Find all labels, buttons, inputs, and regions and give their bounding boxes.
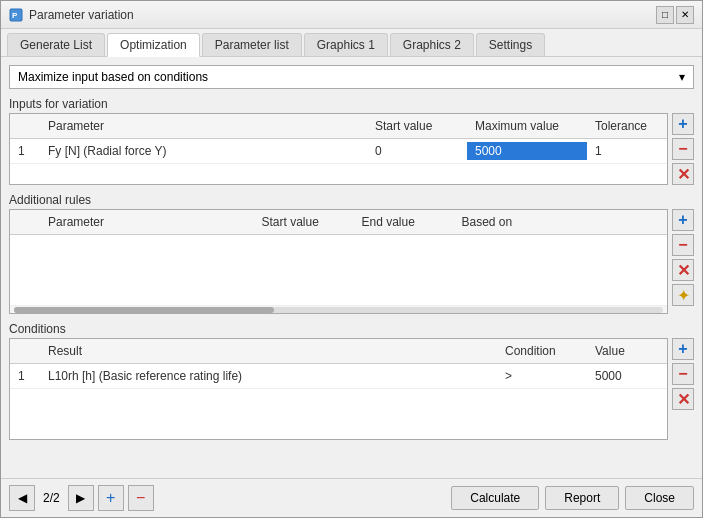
row-tolerance: 1 [587, 142, 667, 160]
dropdown-row: Maximize input based on conditions ▾ [9, 65, 694, 89]
bottom-add-button[interactable]: + [98, 485, 124, 511]
inputs-header: Parameter Start value Maximum value Tole… [10, 114, 667, 139]
title-controls: □ ✕ [656, 6, 694, 24]
bottom-left: ◀ 2/2 ▶ + − [9, 485, 154, 511]
inputs-table: Parameter Start value Maximum value Tole… [9, 113, 668, 185]
conditions-label: Conditions [9, 322, 694, 336]
table-row[interactable]: 1 Fy [N] (Radial force Y) 0 5000 1 [10, 139, 667, 164]
prev-button[interactable]: ◀ [9, 485, 35, 511]
bottom-remove-button[interactable]: − [128, 485, 154, 511]
main-content: Maximize input based on conditions ▾ Inp… [1, 57, 702, 478]
tab-parameter-list[interactable]: Parameter list [202, 33, 302, 56]
close-button[interactable]: ✕ [676, 6, 694, 24]
row-num: 1 [10, 142, 40, 160]
cond-col0 [10, 342, 40, 360]
cond-row-result: L10rh [h] (Basic reference rating life) [40, 367, 497, 385]
rules-add-button[interactable]: + [672, 209, 694, 231]
row-parameter: Fy [N] (Radial force Y) [40, 142, 367, 160]
inputs-col1: Parameter [40, 117, 367, 135]
app-icon: P [9, 8, 23, 22]
rules-col4: Based on [454, 213, 668, 231]
inputs-add-button[interactable]: + [672, 113, 694, 135]
scrollbar-thumb [14, 307, 274, 313]
bottom-bar: ◀ 2/2 ▶ + − Calculate Report Close [1, 478, 702, 517]
tab-generate-list[interactable]: Generate List [7, 33, 105, 56]
rules-section: Additional rules Parameter Start value E… [9, 193, 694, 314]
window-title: Parameter variation [29, 8, 134, 22]
conditions-add-button[interactable]: + [672, 338, 694, 360]
close-button[interactable]: Close [625, 486, 694, 510]
cond-row-value: 5000 [587, 367, 667, 385]
next-button[interactable]: ▶ [68, 485, 94, 511]
conditions-remove-button[interactable]: − [672, 363, 694, 385]
conditions-header: Result Condition Value [10, 339, 667, 364]
conditions-side-btns: + − ✕ [672, 338, 694, 440]
rules-delete-button[interactable]: ✕ [672, 259, 694, 281]
rules-table-with-btns: Parameter Start value End value Based on [9, 209, 694, 314]
cond-col1: Result [40, 342, 497, 360]
tab-optimization[interactable]: Optimization [107, 33, 200, 57]
rules-body [10, 235, 667, 305]
inputs-section: Inputs for variation Parameter Start val… [9, 97, 694, 185]
conditions-delete-button[interactable]: ✕ [672, 388, 694, 410]
rules-col2: Start value [254, 213, 354, 231]
title-bar-left: P Parameter variation [9, 8, 134, 22]
dropdown-value: Maximize input based on conditions [18, 70, 208, 84]
rules-col0 [10, 213, 40, 231]
inputs-side-btns: + − ✕ [672, 113, 694, 185]
rules-header: Parameter Start value End value Based on [10, 210, 667, 235]
rules-scrollbar[interactable] [10, 305, 667, 313]
tab-graphics-2[interactable]: Graphics 2 [390, 33, 474, 56]
inputs-col0 [10, 117, 40, 135]
svg-text:P: P [12, 11, 18, 20]
conditions-section: Conditions Result Condition Value 1 L10r… [9, 322, 694, 440]
maximize-button[interactable]: □ [656, 6, 674, 24]
inputs-label: Inputs for variation [9, 97, 694, 111]
conditions-table: Result Condition Value 1 L10rh [h] (Basi… [9, 338, 668, 440]
chevron-down-icon: ▾ [679, 70, 685, 84]
conditions-body [10, 389, 667, 439]
inputs-col2: Start value [367, 117, 467, 135]
tab-graphics-1[interactable]: Graphics 1 [304, 33, 388, 56]
row-maximum: 5000 [467, 142, 587, 160]
inputs-col4: Tolerance [587, 117, 667, 135]
rules-remove-button[interactable]: − [672, 234, 694, 256]
rules-col3: End value [354, 213, 454, 231]
rules-col1: Parameter [40, 213, 254, 231]
rules-side-btns: + − ✕ ✦ [672, 209, 694, 314]
calculate-button[interactable]: Calculate [451, 486, 539, 510]
rules-table: Parameter Start value End value Based on [9, 209, 668, 314]
next-icon: ▶ [76, 491, 85, 505]
inputs-table-with-btns: Parameter Start value Maximum value Tole… [9, 113, 694, 185]
cond-row-num: 1 [10, 367, 40, 385]
table-row[interactable]: 1 L10rh [h] (Basic reference rating life… [10, 364, 667, 389]
inputs-remove-button[interactable]: − [672, 138, 694, 160]
prev-icon: ◀ [18, 491, 27, 505]
bottom-right: Calculate Report Close [451, 486, 694, 510]
scrollbar-track [14, 307, 663, 313]
tab-settings[interactable]: Settings [476, 33, 545, 56]
mode-dropdown[interactable]: Maximize input based on conditions ▾ [9, 65, 694, 89]
title-bar: P Parameter variation □ ✕ [1, 1, 702, 29]
rules-star-button[interactable]: ✦ [672, 284, 694, 306]
tab-bar: Generate List Optimization Parameter lis… [1, 29, 702, 57]
inputs-delete-button[interactable]: ✕ [672, 163, 694, 185]
cond-row-condition: > [497, 367, 587, 385]
cond-col2: Condition [497, 342, 587, 360]
cond-col3: Value [587, 342, 667, 360]
row-start: 0 [367, 142, 467, 160]
report-button[interactable]: Report [545, 486, 619, 510]
rules-label: Additional rules [9, 193, 694, 207]
inputs-col3: Maximum value [467, 117, 587, 135]
main-window: P Parameter variation □ ✕ Generate List … [0, 0, 703, 518]
conditions-table-with-btns: Result Condition Value 1 L10rh [h] (Basi… [9, 338, 694, 440]
page-indicator: 2/2 [39, 491, 64, 505]
